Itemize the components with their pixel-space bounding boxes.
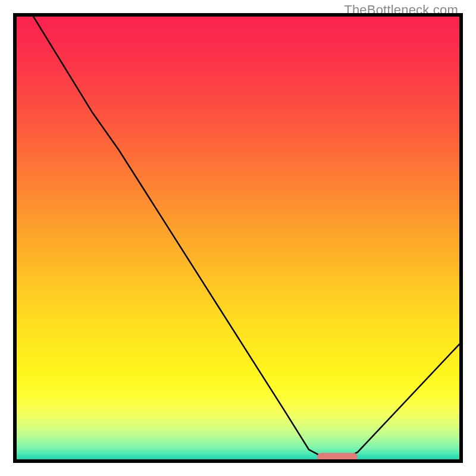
watermark-text: TheBottleneck.com xyxy=(344,2,458,18)
chart-frame xyxy=(17,17,459,459)
optimal-marker xyxy=(317,453,358,459)
